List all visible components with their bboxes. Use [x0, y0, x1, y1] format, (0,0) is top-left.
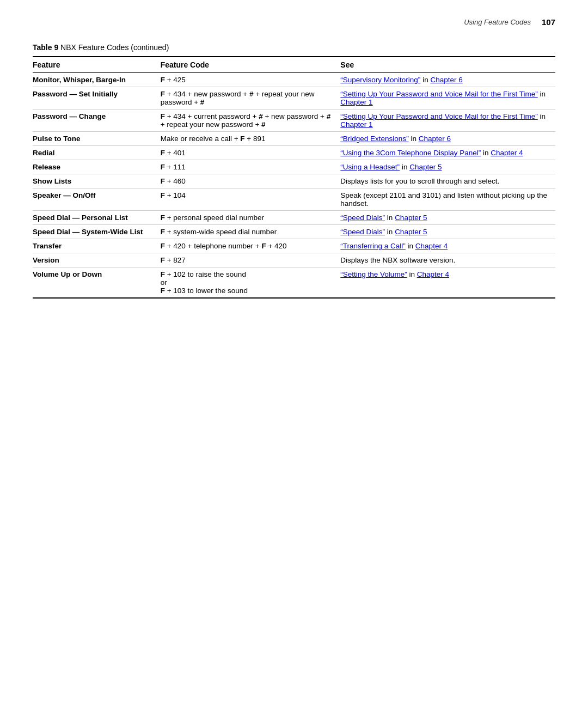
cell-feature: Volume Up or Down [33, 267, 161, 299]
cell-see: “Bridged Extensions” in Chapter 6 [340, 132, 555, 146]
cell-feature: Pulse to Tone [33, 132, 161, 146]
cell-feature: Redial [33, 146, 161, 160]
feature-codes-table: Feature Feature Code See Monitor, Whispe… [33, 56, 555, 299]
cell-see: “Using a Headset” in Chapter 5 [340, 160, 555, 174]
table-row: Password — Set InitiallyF + 434 + new pa… [33, 87, 555, 109]
reference-link[interactable]: Chapter 5 [395, 228, 427, 236]
reference-link[interactable]: “Transferring a Call” [340, 242, 406, 250]
main-content: Table 9 NBX Feature Codes (continued) Fe… [0, 38, 588, 331]
reference-link[interactable]: Chapter 4 [417, 270, 449, 278]
cell-see: “Speed Dials” in Chapter 5 [340, 211, 555, 225]
cell-feature: Show Lists [33, 174, 161, 188]
cell-code: F + 827 [161, 253, 341, 267]
reference-link[interactable]: Chapter 6 [419, 135, 451, 143]
reference-link[interactable]: “Speed Dials” [340, 228, 385, 236]
cell-feature: Version [33, 253, 161, 267]
cell-see: “Speed Dials” in Chapter 5 [340, 225, 555, 239]
reference-link[interactable]: Chapter 4 [491, 149, 523, 157]
cell-code: F + 104 [161, 188, 341, 211]
cell-code: F + 434 + current password + # + new pas… [161, 109, 341, 132]
cell-feature: Speed Dial — System-Wide List [33, 225, 161, 239]
cell-see: “Setting Up Your Password and Voice Mail… [340, 109, 555, 132]
table-header: Feature Feature Code See [33, 57, 555, 73]
table-row: Pulse to ToneMake or receive a call + F … [33, 132, 555, 146]
col-header-feature: Feature [33, 57, 161, 73]
cell-see: “Supervisory Monitoring” in Chapter 6 [340, 73, 555, 87]
cell-feature: Speaker — On/Off [33, 188, 161, 211]
cell-see: Displays the NBX software version. [340, 253, 555, 267]
reference-link[interactable]: “Using a Headset” [340, 163, 400, 171]
cell-code: Make or receive a call + F + 891 [161, 132, 341, 146]
reference-link[interactable]: “Using the 3Com Telephone Display Panel” [340, 149, 481, 157]
cell-code: F + 425 [161, 73, 341, 87]
table-caption: Table 9 NBX Feature Codes (continued) [33, 43, 555, 52]
cell-see: “Transferring a Call” in Chapter 4 [340, 239, 555, 253]
table-row: VersionF + 827Displays the NBX software … [33, 253, 555, 267]
cell-feature: Release [33, 160, 161, 174]
reference-link[interactable]: “Supervisory Monitoring” [340, 76, 420, 84]
reference-link[interactable]: Chapter 4 [415, 242, 448, 250]
table-row: ReleaseF + 111“Using a Headset” in Chapt… [33, 160, 555, 174]
reference-link[interactable]: Chapter 1 [340, 98, 372, 106]
cell-feature: Monitor, Whisper, Barge-In [33, 73, 161, 87]
page-header: Using Feature Codes 107 [0, 0, 588, 38]
reference-link[interactable]: “Setting Up Your Password and Voice Mail… [340, 112, 537, 120]
table-row: Monitor, Whisper, Barge-InF + 425“Superv… [33, 73, 555, 87]
cell-see: Displays lists for you to scroll through… [340, 174, 555, 188]
table-row: Volume Up or DownF + 102 to raise the so… [33, 267, 555, 299]
cell-see: Speak (except 2101 and 3101) and listen … [340, 188, 555, 211]
cell-code: F + 401 [161, 146, 341, 160]
cell-feature: Password — Change [33, 109, 161, 132]
cell-see: “Using the 3Com Telephone Display Panel”… [340, 146, 555, 160]
table-row: TransferF + 420 + telephone number + F +… [33, 239, 555, 253]
table-row: Speed Dial — Personal ListF + personal s… [33, 211, 555, 225]
reference-link[interactable]: “Speed Dials” [340, 214, 385, 222]
cell-code: F + personal speed dial number [161, 211, 341, 225]
table-label: Table 9 [33, 43, 58, 52]
cell-see: “Setting the Volume” in Chapter 4 [340, 267, 555, 299]
col-header-see: See [340, 57, 555, 73]
cell-feature: Password — Set Initially [33, 87, 161, 109]
page-number: 107 [542, 17, 555, 27]
table-header-row: Feature Feature Code See [33, 57, 555, 73]
cell-code: F + system-wide speed dial number [161, 225, 341, 239]
col-header-code: Feature Code [161, 57, 341, 73]
table-body: Monitor, Whisper, Barge-InF + 425“Superv… [33, 73, 555, 299]
table-caption-text: NBX Feature Codes (continued) [60, 43, 169, 52]
reference-link[interactable]: “Setting the Volume” [340, 270, 407, 278]
table-row: Show ListsF + 460Displays lists for you … [33, 174, 555, 188]
section-title: Using Feature Codes [464, 18, 531, 26]
cell-code: F + 460 [161, 174, 341, 188]
reference-link[interactable]: “Bridged Extensions” [340, 135, 408, 143]
reference-link[interactable]: “Setting Up Your Password and Voice Mail… [340, 90, 537, 98]
reference-link[interactable]: Chapter 5 [409, 163, 442, 171]
reference-link[interactable]: Chapter 1 [340, 120, 372, 129]
reference-link[interactable]: Chapter 6 [430, 76, 462, 84]
cell-feature: Transfer [33, 239, 161, 253]
table-row: Speaker — On/OffF + 104Speak (except 210… [33, 188, 555, 211]
cell-feature: Speed Dial — Personal List [33, 211, 161, 225]
cell-code: F + 434 + new password + # + repeat your… [161, 87, 341, 109]
cell-code: F + 111 [161, 160, 341, 174]
table-row: Password — ChangeF + 434 + current passw… [33, 109, 555, 132]
cell-code: F + 420 + telephone number + F + 420 [161, 239, 341, 253]
cell-see: “Setting Up Your Password and Voice Mail… [340, 87, 555, 109]
table-row: Speed Dial — System-Wide ListF + system-… [33, 225, 555, 239]
table-row: RedialF + 401“Using the 3Com Telephone D… [33, 146, 555, 160]
cell-code: F + 102 to raise the soundorF + 103 to l… [161, 267, 341, 299]
reference-link[interactable]: Chapter 5 [395, 214, 427, 222]
